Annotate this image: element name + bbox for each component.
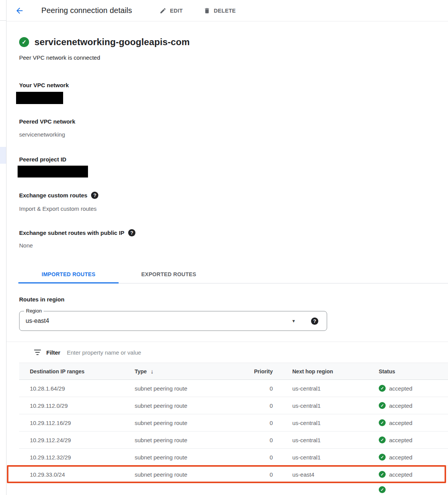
page-title: Peering connection details xyxy=(41,6,132,15)
status-text: accepted xyxy=(389,471,412,478)
help-icon[interactable]: ? xyxy=(91,192,98,199)
accepted-check-icon: ✓ xyxy=(379,436,386,443)
table-row: 10.29.33.0/24subnet peering route0us-eas… xyxy=(19,466,448,483)
connection-heading: ✓ servicenetworking-googleapis-com xyxy=(19,21,448,47)
accepted-check-icon: ✓ xyxy=(379,419,386,426)
edit-button[interactable]: EDIT xyxy=(160,7,183,14)
left-nav-edge xyxy=(0,0,7,495)
connection-name: servicenetworking-googleapis-com xyxy=(34,37,190,47)
region-select-label: Region xyxy=(24,308,44,314)
cell-status: ✓accepted xyxy=(379,436,448,443)
filter-input[interactable] xyxy=(67,349,448,356)
pencil-icon xyxy=(160,7,166,14)
col-destination-ip-ranges[interactable]: Destination IP ranges xyxy=(30,368,135,375)
table-header-row: Destination IP ranges Type↓ Priority Nex… xyxy=(19,363,448,380)
cell-destination: 10.29.112.24/29 xyxy=(30,437,135,443)
cell-destination: 10.29.112.16/29 xyxy=(30,420,135,426)
filter-label[interactable]: Filter xyxy=(46,349,60,356)
cell-priority: 0 xyxy=(225,385,273,392)
table-row: 10.29.112.32/29subnet peering route0us-c… xyxy=(19,449,448,466)
sort-descending-icon: ↓ xyxy=(151,368,154,375)
peered-project-value-redacted xyxy=(18,166,88,177)
status-text: accepted xyxy=(389,385,412,392)
your-vpc-label: Your VPC network xyxy=(19,82,448,88)
cell-priority: 0 xyxy=(225,437,273,443)
cell-next-hop-region: us-central1 xyxy=(273,420,379,426)
col-priority[interactable]: Priority xyxy=(225,368,273,375)
accepted-check-icon: ✓ xyxy=(379,402,386,409)
status-text: accepted xyxy=(389,420,412,426)
status-text: accepted xyxy=(389,402,412,409)
trash-icon xyxy=(204,7,210,14)
peered-project-label: Peered project ID xyxy=(19,156,448,163)
col-next-hop-region[interactable]: Next hop region xyxy=(273,368,379,375)
your-vpc-value-redacted xyxy=(16,92,63,104)
cell-next-hop-region: us-central1 xyxy=(273,402,379,409)
subnet-routes-label: Exchange subnet routes with public IP ? xyxy=(19,229,448,236)
cell-type: subnet peering route xyxy=(135,471,225,478)
cell-priority: 0 xyxy=(225,420,273,426)
cell-destination: 10.29.112.0/29 xyxy=(30,402,135,409)
cell-destination: 10.29.33.0/24 xyxy=(30,471,135,478)
cell-status: ✓accepted xyxy=(379,385,448,392)
chevron-down-icon: ▼ xyxy=(292,319,296,323)
subnet-routes-value: None xyxy=(19,242,448,249)
cell-status: ✓accepted xyxy=(379,454,448,461)
col-type-label: Type xyxy=(135,368,147,375)
accepted-check-icon: ✓ xyxy=(379,454,386,461)
connected-check-icon: ✓ xyxy=(19,37,29,47)
delete-button-label: DELETE xyxy=(214,8,236,14)
table-row: 10.28.1.64/29subnet peering route0us-cen… xyxy=(19,380,448,397)
filter-icon[interactable] xyxy=(34,350,41,355)
cell-priority: 0 xyxy=(225,471,273,478)
cell-status: ✓accepted xyxy=(379,419,448,426)
status-text: accepted xyxy=(389,437,412,443)
cell-next-hop-region: us-central1 xyxy=(273,437,379,443)
custom-routes-value: Import & Export custom routes xyxy=(19,205,448,212)
edit-button-label: EDIT xyxy=(170,8,183,14)
cell-destination: 10.28.1.64/29 xyxy=(30,385,135,392)
status-text: accepted xyxy=(389,454,412,461)
arrow-back-icon xyxy=(15,6,24,15)
cell-status: ✓ xyxy=(379,483,448,493)
accepted-check-icon: ✓ xyxy=(379,385,386,392)
help-icon[interactable]: ? xyxy=(128,229,135,236)
left-edge-divider xyxy=(0,20,6,21)
nav-hover-remnant xyxy=(0,147,6,164)
cell-type: subnet peering route xyxy=(135,385,225,392)
cell-type: subnet peering route xyxy=(135,454,225,461)
back-button[interactable] xyxy=(15,6,24,16)
cell-next-hop-region: us-central1 xyxy=(273,454,379,461)
table-row: 10.29.112.24/29subnet peering route0us-c… xyxy=(19,431,448,449)
col-type[interactable]: Type↓ xyxy=(135,368,225,375)
cell-next-hop-region: us-east4 xyxy=(273,471,379,478)
accepted-check-icon: ✓ xyxy=(379,486,386,493)
routes-table-card: Filter Destination IP ranges Type↓ Prior… xyxy=(7,342,448,495)
connection-status-text: Peer VPC network is connected xyxy=(19,54,448,61)
tab-exported-routes[interactable]: EXPORTED ROUTES xyxy=(119,265,219,283)
custom-routes-label-text: Exchange custom routes xyxy=(19,192,87,199)
peered-vpc-value: servicenetworking xyxy=(19,131,448,138)
cell-status: ✓accepted xyxy=(379,471,448,478)
table-row: 10.29.112.0/29subnet peering route0us-ce… xyxy=(19,397,448,414)
tab-imported-routes[interactable]: IMPORTED ROUTES xyxy=(18,265,119,283)
cell-destination: 10.29.112.32/29 xyxy=(30,454,135,461)
accepted-check-icon: ✓ xyxy=(379,471,386,478)
peered-vpc-label: Peered VPC network xyxy=(19,118,448,125)
filter-bar: Filter xyxy=(19,342,448,363)
cell-type: subnet peering route xyxy=(135,402,225,409)
page-header: Peering connection details EDIT DELETE xyxy=(7,0,448,21)
col-status[interactable]: Status xyxy=(379,368,448,375)
cell-priority: 0 xyxy=(225,402,273,409)
delete-button[interactable]: DELETE xyxy=(204,7,236,14)
cell-status: ✓accepted xyxy=(379,402,448,409)
cell-priority: 0 xyxy=(225,454,273,461)
routes-tabs: IMPORTED ROUTES EXPORTED ROUTES xyxy=(18,265,448,283)
routes-in-region-label: Routes in region xyxy=(19,296,448,303)
region-select[interactable]: Region us-east4 ▼ ? xyxy=(19,311,327,331)
help-icon[interactable]: ? xyxy=(311,318,318,325)
table-row: 10.29.112.16/29subnet peering route0us-c… xyxy=(19,414,448,431)
routes-table-rows: 10.28.1.64/29subnet peering route0us-cen… xyxy=(19,380,448,495)
cell-type: subnet peering route xyxy=(135,437,225,443)
cell-type: subnet peering route xyxy=(135,420,225,426)
